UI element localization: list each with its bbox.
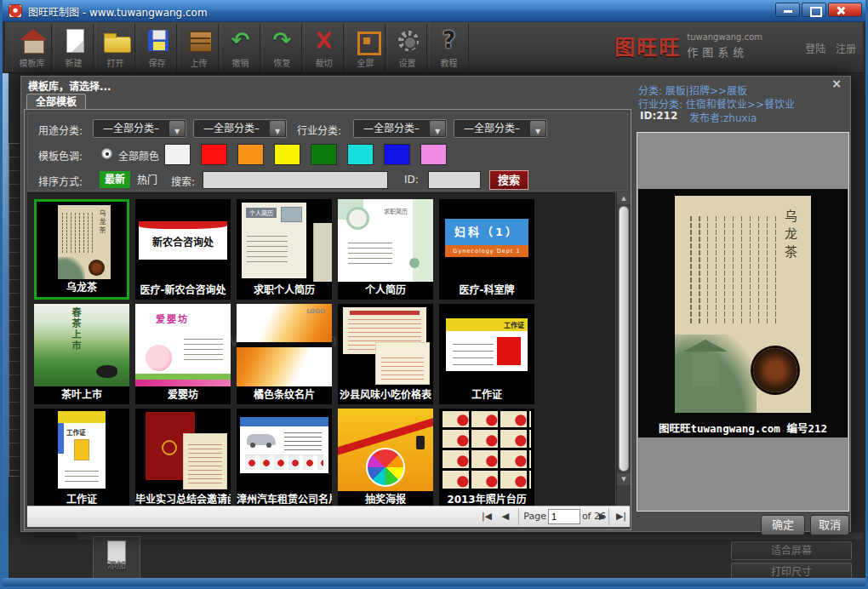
app-window: 图旺旺制图 - www.tuwangwang.com 模板库 新建 打开 保存 … (0, 0, 868, 589)
redo-icon: ↷ (263, 26, 301, 55)
scrollbar-thumb[interactable] (619, 206, 629, 472)
template-item[interactable]: 妇科（1） Gynecology Dept 1 医疗-科室牌 (439, 199, 534, 300)
toolbar-button-new[interactable]: 新建 (54, 24, 94, 71)
template-item[interactable]: 工作证 工作证 (439, 304, 534, 404)
template-item[interactable]: 沙县风味小吃价格表 (338, 304, 433, 404)
window-titlebar[interactable]: 图旺旺制图 - www.tuwangwang.com (3, 0, 865, 22)
template-item[interactable]: 求职简历 个人简历 (338, 199, 433, 300)
add-page-button[interactable]: 添加 (93, 536, 140, 579)
sort-hot-button[interactable]: 热门 (137, 172, 157, 186)
scroll-down-icon[interactable]: ▼ (617, 473, 631, 485)
color-swatch-green[interactable] (311, 144, 337, 165)
toolbar-button-open[interactable]: 打开 (95, 24, 135, 71)
template-thumbnail-image: 妇科（1） Gynecology Dept 1 (439, 199, 534, 282)
chevron-down-icon[interactable]: ▼ (270, 121, 285, 136)
chevron-down-icon[interactable]: ▼ (530, 121, 545, 136)
preview-image: 乌龙茶 图旺旺tuwangwang.com 编号212 (638, 189, 848, 437)
industry-category-dropdown-2[interactable]: —全部分类– ▼ (454, 119, 547, 138)
scroll-up-icon[interactable]: ▲ (617, 192, 631, 204)
toolbar-button-settings[interactable]: 设置 (387, 24, 427, 71)
template-label: 乌龙茶 (37, 279, 127, 297)
template-item[interactable]: 春茶上市 茶叶上市 (34, 304, 129, 404)
template-thumbnail-image: 春茶上市 (34, 304, 129, 386)
template-thumbnail-image: 工作证 (439, 304, 534, 386)
cancel-button[interactable]: 取消 (810, 515, 849, 535)
template-thumbnail-image (135, 409, 231, 491)
page-number-input[interactable] (548, 509, 580, 524)
grid-scrollbar[interactable]: ▲ ▼ (616, 192, 631, 507)
last-page-button[interactable]: ▶| (613, 509, 630, 524)
ok-button[interactable]: 确定 (761, 515, 805, 535)
industry-category-dropdown-1[interactable]: —全部分类– ▼ (353, 119, 447, 138)
search-button[interactable]: 搜索 (489, 170, 528, 190)
window-edge-bottom (3, 578, 865, 586)
template-item[interactable]: 个人简历 求职个人简历 (237, 199, 332, 300)
preview-art-title: 乌龙茶 (781, 209, 799, 263)
prev-page-button[interactable]: ◀ (497, 509, 514, 524)
template-item[interactable]: 毕业实习总结会邀请函 (135, 409, 231, 509)
template-thumbnail-image: LOGO (237, 304, 332, 386)
page-label: Page (523, 509, 546, 524)
template-grid: www.kkx.net 乌龙茶 乌龙茶 (27, 192, 615, 507)
toolbar-button-template-library[interactable]: 模板库 (12, 24, 52, 71)
toolbar-button-undo[interactable]: ↶ 撤销 (220, 24, 260, 71)
template-item[interactable]: 爱婴坊 爱婴坊 (135, 304, 231, 404)
toolbar-button-crop[interactable]: 裁切 (304, 24, 344, 71)
color-swatch-white[interactable] (164, 144, 191, 165)
toolbar-button-upload[interactable]: 上传 (179, 24, 219, 71)
template-library-dialog: 模板库，请选择... × 全部模板 用途分类: —全部分类– ▼ —全部分类– … (20, 75, 852, 533)
all-colors-label: 全部颜色 (118, 148, 159, 163)
template-item[interactable]: 工作证 工作证 (34, 409, 129, 509)
register-link[interactable]: 注册 (836, 43, 856, 55)
first-page-button[interactable]: |◀ (478, 509, 495, 524)
fit-screen-button[interactable]: 适合屏幕 (731, 541, 852, 560)
purpose-category-label: 用途分类: (38, 123, 83, 137)
login-link[interactable]: 登陆 (805, 43, 825, 55)
template-item[interactable]: 新农合咨询处 医疗-新农合咨询处 (135, 199, 231, 300)
pagination-bar: |◀ ◀ Page of 26 ▶ ▶| (27, 506, 630, 527)
color-swatch-yellow[interactable] (274, 144, 300, 165)
toolbar-button-fullscreen[interactable]: 全屏 (345, 24, 385, 71)
tab-all-templates[interactable]: 全部模板 (26, 94, 86, 110)
template-thumbnail-image (237, 409, 332, 491)
template-label: 个人简历 (338, 282, 433, 300)
color-swatch-blue[interactable] (384, 144, 410, 165)
template-item[interactable]: LOGO 橘色条纹名片 (237, 304, 332, 404)
maximize-button[interactable] (802, 3, 826, 17)
close-window-button[interactable] (828, 3, 862, 17)
template-item[interactable]: 抽奖海报 (338, 409, 433, 509)
template-item[interactable]: 漳州汽车租赁公司名片 (237, 409, 332, 509)
template-label: 爱婴坊 (135, 386, 231, 404)
industry-category-label: 行业分类: (297, 123, 341, 137)
template-thumbnail-image: 个人简历 (237, 199, 332, 282)
template-thumbnail-image: 求职简历 (338, 199, 433, 282)
minimize-button[interactable] (775, 3, 800, 17)
next-page-button[interactable]: ▶ (594, 509, 611, 524)
purpose-category-dropdown-1[interactable]: —全部分类– ▼ (93, 119, 186, 138)
toolbar-button-save[interactable]: 保存 (137, 24, 177, 71)
toolbar-button-redo[interactable]: ↷ 恢复 (262, 24, 302, 71)
template-thumbnail-image (439, 409, 534, 491)
template-item[interactable]: 乌龙茶 乌龙茶 (34, 199, 129, 300)
toolbar-button-help[interactable]: ? 教程 (429, 24, 469, 71)
template-thumbnail-image: 工作证 (34, 409, 129, 491)
color-swatch-violet[interactable] (420, 144, 447, 165)
color-swatch-cyan[interactable] (347, 144, 374, 165)
chevron-down-icon[interactable]: ▼ (169, 121, 185, 136)
logo-domain: tuwangwang.com (687, 32, 762, 42)
upload-box-icon (180, 26, 218, 55)
purpose-category-dropdown-2[interactable]: —全部分类– ▼ (193, 119, 287, 138)
sort-newest-button[interactable]: 最新 (100, 171, 130, 188)
floppy-disk-icon (138, 26, 176, 55)
search-input[interactable] (203, 171, 388, 189)
category-info: 分类: 展板|招牌>>展板 (638, 83, 747, 97)
logo-text: 图旺旺 (614, 31, 681, 60)
all-colors-radio[interactable] (101, 148, 112, 159)
color-swatch-orange[interactable] (237, 144, 264, 165)
chevron-down-icon[interactable]: ▼ (430, 121, 445, 136)
industry-info: 行业分类: 住宿和餐饮业>>餐饮业 (638, 96, 795, 111)
id-input[interactable] (428, 171, 481, 189)
color-swatch-red[interactable] (201, 144, 227, 165)
new-file-icon (54, 26, 93, 55)
template-item[interactable]: 2013年照片台历 (439, 409, 534, 509)
